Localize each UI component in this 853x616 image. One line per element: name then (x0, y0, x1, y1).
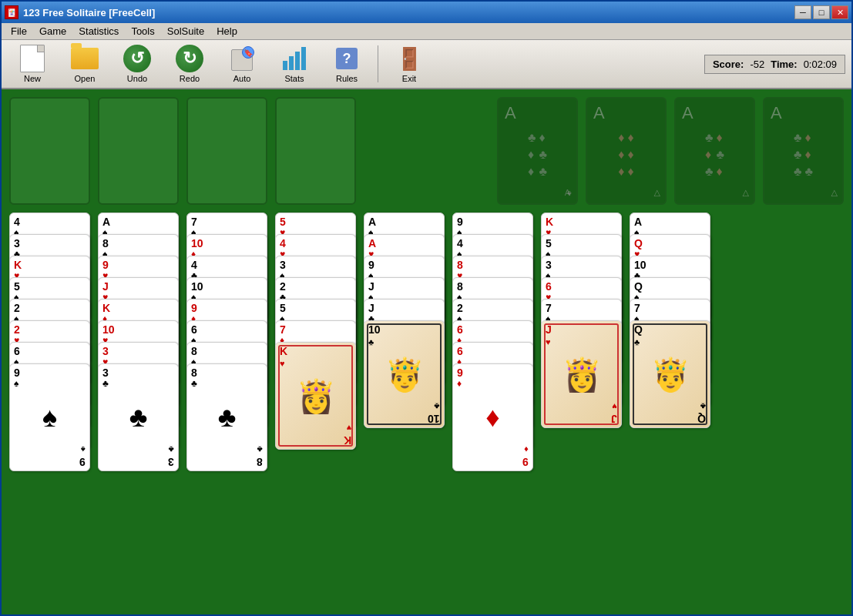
foundation-ace-1: A (505, 103, 516, 123)
minimize-button[interactable]: ─ (794, 5, 811, 19)
window-icon: 🃏 (5, 5, 18, 19)
rules-label: Rules (336, 74, 358, 83)
foundation-2[interactable]: A ♦ ♦ ♦ ♦ ♦ ♦ ▽ (586, 97, 667, 205)
maximize-button[interactable]: □ (813, 5, 830, 19)
card-2-8[interactable]: 3 ♣ 3♣ ♣ (98, 363, 179, 471)
top-row: A ♣ ♦ ♦ ♣ ♦ ♣ A ♠ A ♦ (9, 97, 844, 205)
close-button[interactable]: ✕ (831, 5, 848, 19)
card-3-8[interactable]: 8 ♣ 8♣ ♣ (186, 363, 267, 471)
columns-row: 4 ♠ 3 ♣ K ♥ 5 ♠ 2 ♠ 2 ♥ (9, 213, 844, 607)
toolbar-separator (378, 45, 378, 82)
column-7[interactable]: K ♥ 5 ♠ 3 ♠ 6 ♥ 7 ♠ J♥ (541, 213, 622, 444)
menu-statistics[interactable]: Statistics (72, 24, 125, 38)
card-6-8[interactable]: 9 ♦ 9♦ ♦ (452, 363, 533, 471)
freecell-1[interactable] (9, 97, 90, 205)
freecell-2[interactable] (98, 97, 179, 205)
redo-button[interactable]: ↻ Redo (165, 42, 214, 85)
rules-icon: ? (333, 45, 361, 72)
stats-label: Stats (284, 74, 304, 83)
menu-help[interactable]: Help (210, 24, 243, 38)
exit-label: Exit (402, 74, 416, 83)
stats-button[interactable]: Stats (270, 42, 319, 85)
card-4-7[interactable]: K♥ 👸 K♥ K♥ (275, 342, 356, 450)
freecell-3[interactable] (186, 97, 267, 205)
title-bar: 🃏 123 Free Solitaire [FreeCell] ─ □ ✕ (2, 2, 851, 23)
column-2[interactable]: A ♠ 8 ♠ 9 ♥ J ♥ K ♦ 10 ♥ (98, 213, 179, 471)
main-window: 🃏 123 Free Solitaire [FreeCell] ─ □ ✕ Fi… (0, 0, 853, 616)
card-1-8[interactable]: 9 ♠ 9♠ ♠ (9, 363, 90, 471)
score-value: -52 (750, 59, 764, 70)
menu-game[interactable]: Game (33, 24, 72, 38)
undo-icon: ↺ (123, 45, 151, 72)
undo-label: Undo (127, 74, 147, 83)
menu-file[interactable]: File (5, 24, 33, 38)
freecell-4[interactable] (275, 97, 356, 205)
open-button[interactable]: Open (60, 42, 109, 85)
card-7-6[interactable]: J♥ 👸 J♥ J♥ (541, 320, 622, 428)
column-1[interactable]: 4 ♠ 3 ♣ K ♥ 5 ♠ 2 ♠ 2 ♥ (9, 213, 90, 471)
new-icon (18, 45, 46, 72)
column-8[interactable]: A ♠ Q ♥ 10 ♣ Q ♠ 7 ♠ Q♣ (630, 213, 710, 444)
new-label: New (24, 74, 41, 83)
new-button[interactable]: New (8, 42, 57, 85)
redo-label: Redo (180, 74, 200, 83)
rules-button[interactable]: ? Rules (322, 42, 371, 85)
window-controls: ─ □ ✕ (794, 5, 848, 19)
foundation-4[interactable]: A ♣ ♦ ♣ ♦ ♣ ♣ ▽ (763, 97, 844, 205)
freecells (9, 97, 356, 205)
menu-tools[interactable]: Tools (125, 24, 160, 38)
auto-label: Auto (233, 74, 251, 83)
open-label: Open (75, 74, 96, 83)
time-value: 0:02:09 (804, 59, 837, 70)
foundations: A ♣ ♦ ♦ ♣ ♦ ♣ A ♠ A ♦ (497, 97, 844, 205)
undo-button[interactable]: ↺ Undo (113, 42, 162, 85)
column-4[interactable]: 5 ♥ 4 ♥ 3 ♠ 2 ♣ 5 ♠ 7 ♦ (275, 213, 356, 450)
toolbar: New Open ↺ Undo ↻ Redo (2, 40, 851, 89)
redo-icon: ↻ (176, 45, 203, 72)
open-icon (71, 45, 99, 72)
game-area: A ♣ ♦ ♦ ♣ ♦ ♣ A ♠ A ♦ (2, 89, 851, 614)
card-5-6[interactable]: 10♣ 🤴 10♣ 10♣ (364, 320, 445, 428)
column-3[interactable]: 7 ♠ 10 ♦ 4 ♣ 10 ♠ 9 ♦ 6 ♠ (186, 213, 267, 471)
column-5[interactable]: A ♠ A ♥ 9 ♠ J ♠ J ♣ 10♣ (364, 213, 445, 444)
menu-solsuite[interactable]: SolSuite (161, 24, 210, 38)
score-label: Score: (713, 59, 744, 70)
card-8-6[interactable]: Q♣ 🤴 Q♣ Q♣ (630, 320, 710, 428)
foundation-3[interactable]: A ♣ ♦ ♦ ♣ ♣ ♦ ▽ (674, 97, 755, 205)
foundation-1[interactable]: A ♣ ♦ ♦ ♣ ♦ ♣ A ♠ (497, 97, 578, 205)
window-title: 123 Free Solitaire [FreeCell] (23, 7, 155, 18)
exit-icon: 🚪 (395, 45, 423, 72)
stats-icon (280, 45, 308, 72)
auto-icon: 🔖 (228, 45, 256, 72)
score-display: Score: -52 Time: 0:02:09 (704, 55, 845, 74)
time-label: Time: (771, 59, 797, 70)
menu-bar: File Game Statistics Tools SolSuite Help (2, 23, 851, 40)
column-6[interactable]: 9 ♠ 4 ♠ 8 ♥ 8 ♠ 2 ♠ 6 ♦ (452, 213, 533, 471)
exit-button[interactable]: 🚪 Exit (385, 42, 434, 85)
auto-button[interactable]: 🔖 Auto (217, 42, 267, 85)
